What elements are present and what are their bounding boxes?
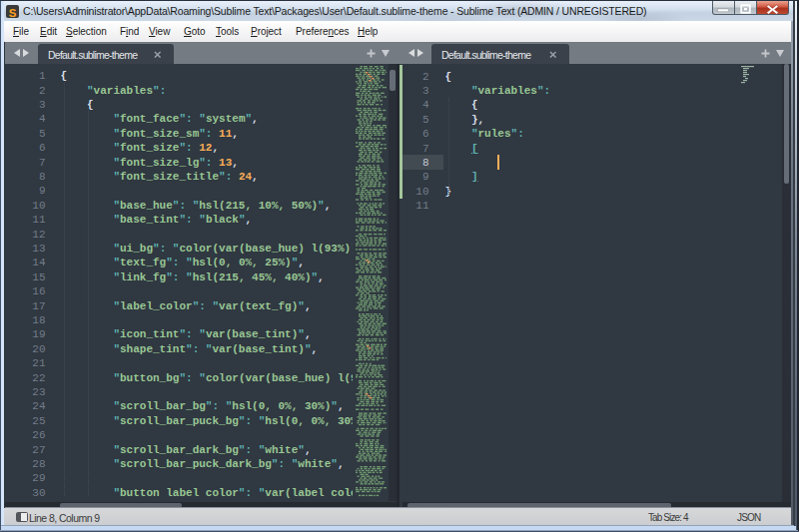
svg-text:S: S [9,7,17,19]
